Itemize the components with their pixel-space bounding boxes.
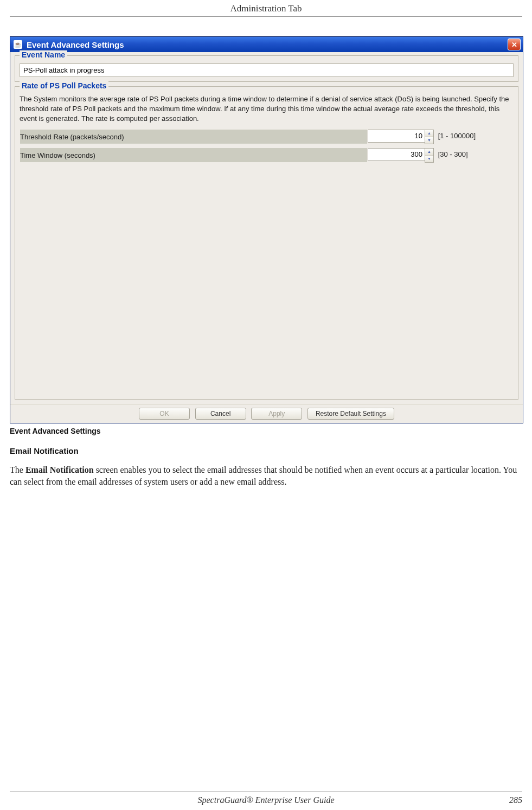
para-bold: Email Notification [25, 465, 94, 474]
apply-button[interactable]: Apply [251, 408, 302, 420]
page-number: 285 [490, 795, 522, 805]
figure-caption: Event Advanced Settings [10, 427, 522, 435]
ok-button[interactable]: OK [139, 408, 190, 420]
spin-down-icon[interactable]: ▼ [425, 156, 433, 162]
event-name-legend: Event Name [20, 50, 67, 59]
param-label: Time Window (seconds) [20, 148, 368, 163]
param-row-threshold: Threshold Rate (packets/second) ▲ ▼ [1 -… [20, 130, 514, 144]
dialog-window: ☕ Event Advanced Settings ✕ Event Name R… [10, 36, 523, 423]
event-name-field[interactable] [20, 63, 514, 77]
page-footer: SpectraGuard® Enterprise User Guide 285 [10, 792, 522, 805]
param-row-timewindow: Time Window (seconds) ▲ ▼ [30 - 300] [20, 148, 514, 163]
range-text: [1 - 100000] [438, 132, 476, 140]
param-label: Threshold Rate (packets/second) [20, 130, 368, 144]
footer-center: SpectraGuard® Enterprise User Guide [42, 795, 490, 805]
time-window-input[interactable] [368, 148, 425, 161]
spin-up-icon[interactable]: ▲ [425, 149, 433, 156]
cancel-button[interactable]: Cancel [195, 408, 246, 420]
window-title: Event Advanced Settings [27, 40, 508, 49]
spin-up-icon[interactable]: ▲ [425, 130, 433, 137]
restore-defaults-button[interactable]: Restore Default Settings [307, 408, 394, 420]
para-text: The [10, 465, 25, 474]
rate-description: The System monitors the average rate of … [20, 94, 514, 124]
page-header: Administration Tab [10, 0, 522, 17]
section-heading: Email Notification [10, 446, 522, 455]
event-name-group: Event Name [15, 55, 518, 82]
body-paragraph: The Email Notification screen enables yo… [10, 464, 522, 488]
close-icon[interactable]: ✕ [508, 38, 521, 50]
threshold-rate-input[interactable] [368, 130, 425, 143]
range-text: [30 - 300] [438, 150, 468, 158]
rate-group: Rate of PS Poll Packets The System monit… [15, 86, 518, 400]
spin-down-icon[interactable]: ▼ [425, 137, 433, 144]
rate-legend: Rate of PS Poll Packets [20, 81, 108, 90]
button-bar: OK Cancel Apply Restore Default Settings [10, 404, 523, 423]
java-icon: ☕ [14, 40, 22, 49]
titlebar: ☕ Event Advanced Settings ✕ [10, 37, 523, 52]
